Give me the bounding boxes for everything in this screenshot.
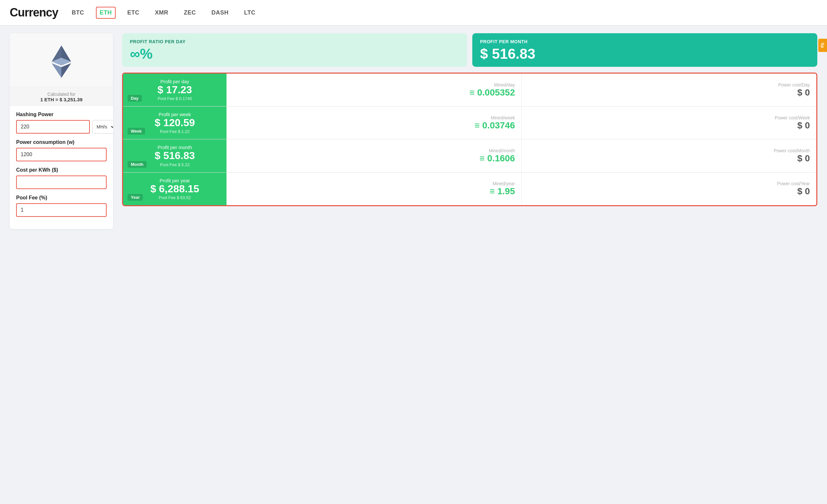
result-left-year: Profit per year $ 6,288.15 Pool Fee $ 63… xyxy=(123,173,227,205)
power-consumption-input[interactable] xyxy=(16,148,107,161)
result-row-week: Profit per week $ 120.59 Pool Fee $ 1.22… xyxy=(123,107,816,139)
nav-tab-ltc[interactable]: LTC xyxy=(240,7,259,19)
mined-label-day: Mined/day xyxy=(494,82,515,88)
profit-value-week: $ 120.59 xyxy=(130,117,220,128)
nav-tab-zec[interactable]: ZEC xyxy=(180,7,200,19)
eth-logo-container xyxy=(10,33,113,87)
results-table: Profit per day $ 17.23 Pool Fee $ 0.1740… xyxy=(122,73,817,206)
mined-value-day: ≡ 0.005352 xyxy=(470,88,515,98)
mined-value-week: ≡ 0.03746 xyxy=(475,120,515,131)
hashing-power-input[interactable] xyxy=(16,120,90,133)
mined-label-week: Mined/week xyxy=(491,115,515,120)
period-badge-year: Year xyxy=(128,194,143,201)
summary-cards: PROFIT RATIO PER DAY ∞% PROFIT PER MONTH… xyxy=(122,33,817,67)
cost-per-kwh-input[interactable] xyxy=(16,175,107,189)
mined-value-year: ≡ 1.95 xyxy=(489,186,515,197)
nav-tab-etc[interactable]: ETC xyxy=(124,7,143,19)
power-value-week: $ 0 xyxy=(797,120,810,131)
mined-label-month: Mined/month xyxy=(489,148,515,153)
profit-label-day: Profit per day xyxy=(130,79,220,84)
profit-label-year: Profit per year xyxy=(130,178,220,183)
power-cell-day: Power cost/Day $ 0 xyxy=(521,73,816,106)
result-row-day: Profit per day $ 17.23 Pool Fee $ 0.1740… xyxy=(123,73,816,107)
pool-fee-year: Pool Fee $ 63.52 xyxy=(130,195,220,200)
mined-cell-week: Mined/week ≡ 0.03746 xyxy=(227,107,521,139)
cost-per-kwh-group: Cost per KWh ($) xyxy=(16,167,107,189)
power-cell-week: Power cost/Week $ 0 xyxy=(521,107,816,139)
result-row-year: Profit per year $ 6,288.15 Pool Fee $ 63… xyxy=(123,173,816,205)
result-left-month: Profit per month $ 516.83 Pool Fee $ 5.2… xyxy=(123,139,227,172)
svg-marker-5 xyxy=(61,63,71,78)
power-consumption-group: Power consumption (w) xyxy=(16,139,107,161)
profit-value-day: $ 17.23 xyxy=(130,84,220,96)
hashing-power-group: Hashing Power MH/s GH/s TH/s xyxy=(16,112,107,133)
profit-ratio-value: ∞% xyxy=(130,47,459,61)
period-badge-month: Month xyxy=(128,161,147,168)
mined-value-month: ≡ 0.1606 xyxy=(479,153,515,164)
left-panel: Calculated for 1 ETH = $ 3,251.39 Hashin… xyxy=(10,33,113,229)
main-content: Calculated for 1 ETH = $ 3,251.39 Hashin… xyxy=(0,25,827,237)
nav-tab-xmr[interactable]: XMR xyxy=(151,7,173,19)
pool-fee-input[interactable] xyxy=(16,203,107,217)
profit-value-year: $ 6,288.15 xyxy=(130,183,220,194)
form-section: Hashing Power MH/s GH/s TH/s Power consu… xyxy=(10,106,113,217)
power-value-year: $ 0 xyxy=(797,186,810,197)
power-label-week: Power cost/Week xyxy=(775,115,810,120)
hashing-power-input-row: MH/s GH/s TH/s xyxy=(16,120,107,133)
profit-ratio-label: PROFIT RATIO PER DAY xyxy=(130,39,459,44)
power-value-month: $ 0 xyxy=(797,153,810,164)
nav-tab-eth[interactable]: ETH xyxy=(96,7,116,19)
mined-cell-day: Mined/day ≡ 0.005352 xyxy=(227,73,521,106)
pool-fee-group: Pool Fee (%) xyxy=(16,195,107,217)
mined-cell-month: Mined/month ≡ 0.1606 xyxy=(227,139,521,172)
mined-label-year: Mined/year xyxy=(493,181,515,186)
power-cell-year: Power cost/Year $ 0 xyxy=(521,173,816,205)
profit-label-week: Profit per week xyxy=(130,112,220,117)
exchange-rate: 1 ETH = $ 3,251.39 xyxy=(10,97,113,102)
hashing-power-label: Hashing Power xyxy=(16,112,107,117)
period-badge-week: Week xyxy=(128,128,145,134)
calculated-for-label: Calculated for xyxy=(10,92,113,97)
power-label-year: Power cost/Year xyxy=(777,181,810,186)
header: Currency BTCETHETCXMRZECDASHLTC xyxy=(0,0,827,25)
eth-logo-icon xyxy=(45,42,78,81)
pool-fee-day: Pool Fee $ 0.1740 xyxy=(130,96,220,101)
calculated-for-section: Calculated for 1 ETH = $ 3,251.39 xyxy=(10,87,113,106)
pool-fee-label: Pool Fee (%) xyxy=(16,195,107,201)
power-value-day: $ 0 xyxy=(797,88,810,98)
svg-marker-3 xyxy=(52,63,61,78)
currency-nav: BTCETHETCXMRZECDASHLTC xyxy=(68,7,259,19)
cost-per-kwh-label: Cost per KWh ($) xyxy=(16,167,107,173)
profit-per-month-card: PROFIT PER MONTH $ 516.83 xyxy=(472,33,817,67)
profit-ratio-card: PROFIT RATIO PER DAY ∞% xyxy=(122,33,467,67)
power-consumption-label: Power consumption (w) xyxy=(16,139,107,145)
result-left-week: Profit per week $ 120.59 Pool Fee $ 1.22… xyxy=(123,107,227,139)
power-label-month: Power cost/Month xyxy=(774,148,810,153)
nav-tab-btc[interactable]: BTC xyxy=(68,7,88,19)
profit-per-month-value: $ 516.83 xyxy=(480,47,810,61)
result-row-month: Profit per month $ 516.83 Pool Fee $ 5.2… xyxy=(123,139,816,172)
period-badge-day: Day xyxy=(128,95,142,102)
profit-per-month-label: PROFIT PER MONTH xyxy=(480,39,810,44)
right-panel: PROFIT RATIO PER DAY ∞% PROFIT PER MONTH… xyxy=(122,33,817,206)
nav-tab-dash[interactable]: DASH xyxy=(208,7,233,19)
result-left-day: Profit per day $ 17.23 Pool Fee $ 0.1740… xyxy=(123,73,227,106)
page-title: Currency xyxy=(10,6,58,19)
hashing-unit-select[interactable]: MH/s GH/s TH/s xyxy=(92,120,113,133)
mined-cell-year: Mined/year ≡ 1.95 xyxy=(227,173,521,205)
profit-value-month: $ 516.83 xyxy=(130,150,220,161)
profit-label-month: Profit per month xyxy=(130,145,220,150)
power-cell-month: Power cost/Month $ 0 xyxy=(521,139,816,172)
power-label-day: Power cost/Day xyxy=(778,82,810,88)
sidebar-hint[interactable]: Sp xyxy=(818,39,827,52)
